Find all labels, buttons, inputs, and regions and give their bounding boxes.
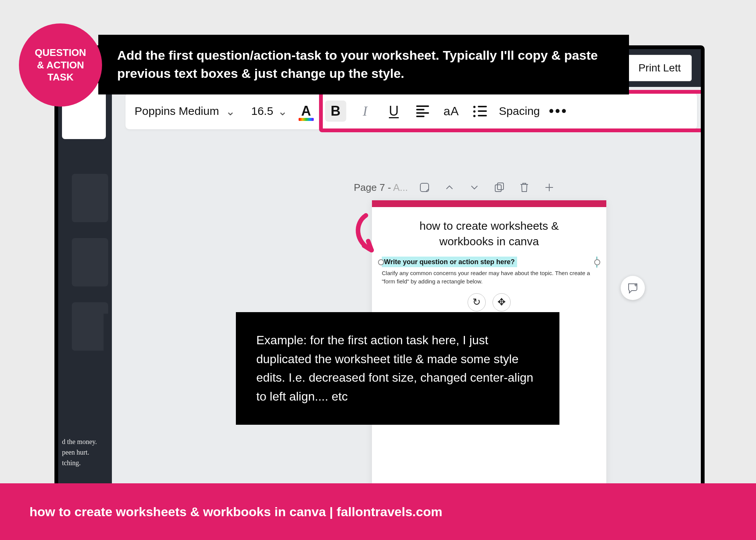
page-down-button[interactable] (466, 179, 483, 196)
text-color-button[interactable]: A (296, 101, 316, 121)
delete-page-button[interactable] (516, 179, 533, 196)
instruction-text: Add the first question/action-task to yo… (117, 46, 610, 82)
element-float-tools: ↻ ✥ (372, 293, 606, 311)
align-left-icon (416, 105, 429, 117)
selected-textbox[interactable]: Write your question or action step here? (382, 258, 596, 266)
font-family-label: Poppins Medium (135, 105, 219, 118)
text-case-button[interactable]: aA (442, 101, 461, 121)
footer-bar: how to create worksheets & workbooks in … (0, 483, 756, 540)
move-button[interactable]: ✥ (493, 293, 511, 311)
align-button[interactable] (413, 101, 432, 121)
comment-plus-icon (626, 282, 639, 294)
chevron-down-icon: ⌄ (226, 105, 235, 118)
sidebar-thumbnail[interactable] (72, 302, 108, 351)
chevron-down-icon: ⌄ (278, 105, 287, 118)
text-color-icon: A (301, 103, 311, 119)
duplicate-page-button[interactable] (491, 179, 508, 196)
spacing-button[interactable]: Spacing (499, 105, 540, 118)
footer-text: how to create worksheets & workbooks in … (29, 504, 442, 519)
sidebar-thumbnail[interactable] (72, 174, 108, 222)
example-callout: Example: for the first action task here,… (236, 312, 559, 425)
bold-button[interactable]: B (325, 101, 346, 122)
worksheet-title[interactable]: how to create worksheets & workbooks in … (372, 207, 606, 251)
sidebar-preview-text: d the money. peen hurt. tching. (62, 437, 97, 469)
font-family-select[interactable]: Poppins Medium ⌄ (135, 105, 242, 118)
page-accent-bar (372, 200, 606, 207)
rotate-button[interactable]: ↻ (468, 293, 486, 311)
font-size-select[interactable]: 16.5 ⌄ (251, 105, 287, 118)
list-button[interactable] (470, 101, 490, 121)
print-button[interactable]: Print Lett (623, 55, 692, 81)
more-options-button[interactable]: ••• (549, 103, 568, 119)
canvas-area[interactable]: Poppins Medium ⌄ 16.5 ⌄ A B I U (112, 87, 701, 495)
page-controls: Page 7 - A... (354, 179, 558, 196)
question-text[interactable]: Write your question or action step here? (382, 257, 517, 267)
resize-handle-left[interactable] (378, 259, 384, 265)
chevron-up-icon (445, 183, 454, 192)
page-up-button[interactable] (441, 179, 458, 196)
app-body: ‹ d the money. peen hurt. tching. Poppin… (58, 87, 701, 495)
text-toolbar: Poppins Medium ⌄ 16.5 ⌄ A B I U (125, 93, 697, 129)
add-page-button[interactable] (541, 179, 558, 196)
plus-icon (544, 183, 554, 192)
step-badge: QUESTION & ACTION TASK (19, 23, 102, 107)
add-comment-button[interactable] (621, 276, 645, 300)
chevron-down-icon (470, 183, 479, 192)
instruction-banner: Add the first question/action-task to yo… (98, 35, 629, 94)
sidebar-thumbnail[interactable] (72, 238, 108, 286)
svg-rect-2 (497, 183, 503, 190)
sidebar: ‹ d the money. peen hurt. tching. (58, 87, 112, 495)
notes-button[interactable] (416, 179, 433, 196)
font-size-value: 16.5 (251, 105, 273, 118)
trash-icon (519, 182, 529, 193)
bullet-list-icon (473, 105, 487, 117)
editor-window: Print Lett ‹ d the money. peen hurt. tch… (54, 45, 705, 499)
helper-text[interactable]: Clarify any common concerns your reader … (382, 269, 596, 286)
note-icon (419, 182, 430, 193)
svg-rect-1 (495, 185, 501, 192)
example-text: Example: for the first action task here,… (256, 333, 533, 403)
resize-handle-right[interactable] (594, 259, 600, 265)
move-icon: ✥ (497, 296, 506, 308)
underline-button[interactable]: U (384, 101, 404, 121)
italic-button[interactable]: I (355, 101, 375, 121)
copy-icon (494, 182, 505, 193)
rotate-icon: ↻ (472, 296, 481, 308)
page-label: Page 7 - A... (354, 182, 408, 193)
color-swatch (299, 118, 314, 121)
